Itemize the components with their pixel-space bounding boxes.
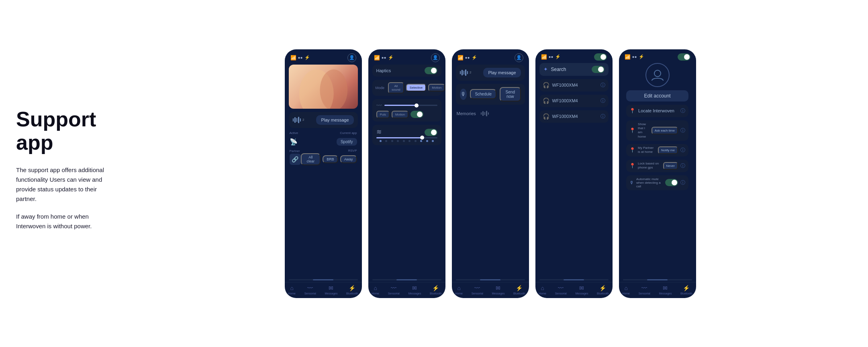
- send-now-button[interactable]: Send now: [500, 87, 521, 101]
- nav-home-label-3: Home: [455, 292, 463, 295]
- info-icon-1[interactable]: ⓘ: [600, 82, 605, 89]
- search-toggle[interactable]: [592, 66, 605, 73]
- device-row-1[interactable]: 🎧 WF1000XM4 ⓘ: [539, 79, 609, 91]
- nav-sensorial-3[interactable]: 〰 Sensorial: [472, 285, 483, 295]
- nav-home-4[interactable]: ⌂ Home: [539, 285, 546, 295]
- sensorial-icon-5: 〰: [641, 285, 647, 291]
- home-icon-4: ⌂: [541, 285, 544, 291]
- wave-bar: [300, 118, 301, 122]
- nav-bluetooth-label-4: Bluetooth: [597, 292, 609, 295]
- nav-home-2[interactable]: ⌂ Home: [372, 285, 379, 295]
- dot-1: [380, 140, 382, 142]
- mute-row: 🎙 Automatic mute when detecting a call ⓘ: [626, 175, 688, 190]
- nav-messages-1[interactable]: ✉ Messages: [325, 285, 338, 295]
- account-avatar: [645, 63, 670, 87]
- left-section: Support app The support app offers addit…: [16, 108, 129, 239]
- nav-home-5[interactable]: ⌂ Home: [622, 285, 630, 295]
- search-input[interactable]: Search: [551, 67, 588, 72]
- phone-5: 📶 ●● ⚡ Edit account 📍 Locate Interwoven: [619, 49, 696, 298]
- sub-text-2: My Partner is at home: [638, 146, 656, 154]
- nav-bluetooth-1[interactable]: ⚡ Bluetooth: [346, 285, 358, 295]
- info-icon-2[interactable]: ⓘ: [600, 97, 605, 104]
- sub-row-1: 📍 Show that I am home Ask each time ⓘ: [626, 120, 688, 141]
- dot-2: [385, 140, 387, 142]
- nav-bluetooth-5[interactable]: ⚡ Bluetooth: [680, 285, 692, 295]
- sub-info-3[interactable]: ⓘ: [680, 162, 685, 169]
- locate-info-icon[interactable]: ⓘ: [680, 108, 685, 114]
- rsvp-brb[interactable]: BRB: [323, 155, 338, 163]
- nav-messages-5[interactable]: ✉ Messages: [659, 285, 672, 295]
- motion-pill[interactable]: Motion: [392, 111, 408, 118]
- slider-toggle-1[interactable]: [411, 111, 423, 118]
- bluetooth-search-icon: ✦: [543, 66, 548, 72]
- nav-messages-4[interactable]: ✉ Messages: [576, 285, 588, 295]
- scroll-indicator-1: [289, 279, 358, 280]
- current-app-label: Current app: [340, 131, 357, 135]
- slider-fill-1: [384, 105, 416, 106]
- nav-sensorial-2[interactable]: 〰 Sensorial: [388, 285, 400, 295]
- mode-row: Mode All sound Selective Motion: [372, 80, 441, 96]
- nav-sensorial-label-4: Sensorial: [555, 292, 567, 295]
- notify-me-btn[interactable]: Notify me: [658, 146, 678, 154]
- haptics-toggle[interactable]: [425, 67, 437, 74]
- phone-5-content: Edit account 📍 Locate Interwoven ⓘ 📍 Sho…: [619, 63, 696, 278]
- slider-track-1[interactable]: [384, 105, 437, 106]
- locate-label: Locate Interwoven: [638, 108, 678, 113]
- schedule-button[interactable]: Schedule: [470, 89, 496, 99]
- play-message-button-1[interactable]: Play message: [316, 115, 353, 125]
- page-title: Support app: [16, 108, 112, 154]
- nav-sensorial-1[interactable]: 〰 Sensorial: [304, 285, 316, 295]
- scroll-indicator-4: [539, 279, 609, 280]
- nav-sensorial-4[interactable]: 〰 Sensorial: [555, 285, 567, 295]
- nav-sensorial-5[interactable]: 〰 Sensorial: [639, 285, 650, 295]
- nav-bluetooth-4[interactable]: ⚡ Bluetooth: [597, 285, 609, 295]
- device-row-3[interactable]: 🎧 WF1000XM4 ⓘ: [539, 110, 609, 123]
- hero-image: [289, 65, 358, 109]
- pulse-pill[interactable]: Puls: [376, 111, 390, 118]
- ask-each-time-btn[interactable]: Ask each time: [652, 127, 678, 134]
- search-bar: ✦ Search: [539, 63, 609, 76]
- device-row-2[interactable]: 🎧 WF1000XM4 ⓘ: [539, 95, 609, 107]
- heat-toggle[interactable]: [425, 129, 437, 136]
- heat-track[interactable]: [376, 137, 437, 138]
- mute-toggle[interactable]: [665, 179, 678, 186]
- heat-header: ≋: [376, 128, 437, 137]
- edit-account-button[interactable]: Edit account: [626, 90, 688, 101]
- bottom-nav-5: ⌂ Home 〰 Sensorial ✉ Messages ⚡ Bluetoot…: [619, 282, 696, 298]
- nav-messages-3[interactable]: ✉ Messages: [492, 285, 505, 295]
- dot-10: [432, 140, 434, 142]
- slider-pills-1: Puls Motion: [376, 111, 437, 118]
- global-toggle-5[interactable]: [678, 53, 690, 61]
- never-btn[interactable]: Never: [663, 162, 678, 170]
- description-1: The support app offers additional functi…: [16, 165, 112, 204]
- nav-home-3[interactable]: ⌂ Home: [455, 285, 463, 295]
- rsvp-away[interactable]: Away: [340, 155, 357, 163]
- mute-info-icon[interactable]: ⓘ: [680, 179, 685, 186]
- nav-messages-2[interactable]: ✉ Messages: [408, 285, 421, 295]
- home-icon: ⌂: [290, 285, 293, 291]
- partner-icon: 🔗: [290, 154, 301, 165]
- nav-bluetooth-3[interactable]: ⚡ Bluetooth: [513, 285, 525, 295]
- global-toggle-4[interactable]: [594, 53, 607, 61]
- dot-7: [415, 140, 417, 142]
- home-icon-3: ⌂: [457, 285, 460, 291]
- mode-selective[interactable]: Selective: [406, 84, 426, 91]
- bottom-nav-2: ⌂ Home 〰 Sensorial ✉ Messages ⚡ Bluetoot…: [368, 282, 445, 298]
- active-indicator: 📡: [290, 138, 298, 146]
- wifi-icon-2: 📶: [374, 55, 380, 61]
- messages-icon-3: ✉: [496, 285, 500, 291]
- play-message-button-3[interactable]: Play message: [483, 68, 521, 77]
- wifi-icon-4: 📶: [541, 54, 547, 60]
- wifi-icon-5: 📶: [625, 54, 631, 60]
- sub-info-1[interactable]: ⓘ: [680, 127, 685, 134]
- sub-info-2[interactable]: ⓘ: [680, 147, 685, 154]
- rsvp-all-clear[interactable]: All clear: [301, 153, 321, 165]
- mode-motion[interactable]: Motion: [428, 84, 445, 91]
- scroll-indicator-3: [456, 279, 525, 280]
- nav-home-1[interactable]: ⌂ Home: [288, 285, 296, 295]
- mode-all-sound[interactable]: All sound: [388, 82, 404, 93]
- messages-icon: ✉: [329, 285, 333, 291]
- info-icon-3[interactable]: ⓘ: [600, 113, 605, 120]
- nav-bluetooth-2[interactable]: ⚡ Bluetooth: [430, 285, 442, 295]
- mic-button[interactable]: 🎙: [460, 89, 467, 100]
